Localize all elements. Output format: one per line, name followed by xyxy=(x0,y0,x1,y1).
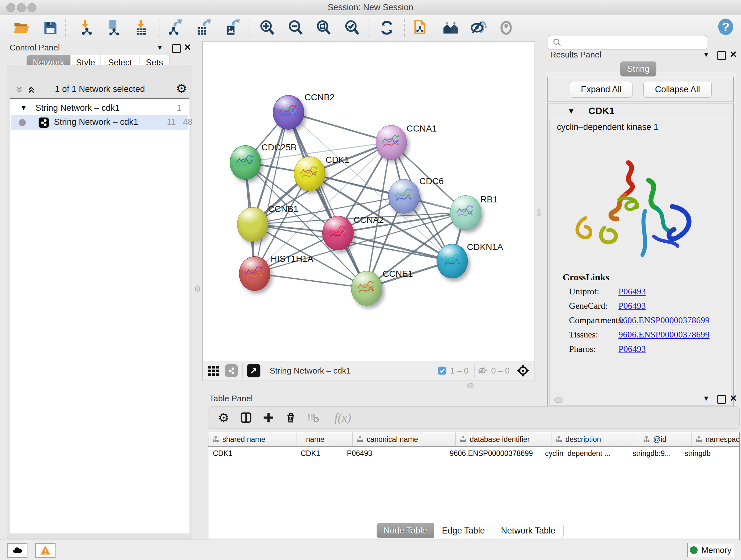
delete-column-trash-icon[interactable] xyxy=(284,411,298,425)
left-splitter-handle[interactable] xyxy=(195,286,200,293)
tab-node-table[interactable]: Node Table xyxy=(377,523,434,538)
hidden-eye-slash-icon[interactable] xyxy=(477,365,488,376)
bottom-splitter-handle[interactable] xyxy=(467,383,474,388)
column-header-description[interactable]: description xyxy=(551,432,639,446)
open-in-browser-icon[interactable] xyxy=(412,19,429,37)
tab-edge-table[interactable]: Edge Table xyxy=(434,523,493,538)
table-cell[interactable]: stringdb:9... xyxy=(628,447,680,460)
show-columns-icon[interactable] xyxy=(239,411,253,425)
entry-expander-icon[interactable]: ▼ xyxy=(567,107,575,116)
refresh-icon[interactable] xyxy=(378,19,396,37)
import-table-file-icon[interactable] xyxy=(133,19,151,37)
network-node-ccnb2[interactable] xyxy=(273,95,304,130)
fit-content-crosshair-icon[interactable] xyxy=(516,364,530,378)
network-node-ccna1[interactable] xyxy=(376,125,407,160)
toolbar-separator xyxy=(159,18,160,37)
status-bar: Memory xyxy=(0,540,741,560)
column-header-namespace[interactable]: namespace xyxy=(691,432,740,446)
cloud-button[interactable] xyxy=(7,543,27,558)
column-header-shared-name[interactable]: shared name xyxy=(208,432,296,446)
crosslink-value-link[interactable]: 9606.ENSP00000378699 xyxy=(618,329,710,340)
add-column-icon[interactable] xyxy=(261,411,275,425)
collapse-all-button[interactable]: Collapse All xyxy=(643,81,712,98)
memory-button[interactable]: Memory xyxy=(687,543,734,557)
network-edge[interactable] xyxy=(254,112,288,273)
export-image-icon[interactable] xyxy=(223,19,241,37)
save-session-icon[interactable] xyxy=(42,19,59,37)
help-icon[interactable]: ? xyxy=(717,18,735,36)
network-node-ccnb1[interactable] xyxy=(237,207,268,242)
network-node-cdkn1a[interactable] xyxy=(436,244,468,278)
column-header-label: database identifier xyxy=(470,435,530,444)
table-cell[interactable]: 9606.ENSP00000378699 xyxy=(445,447,541,460)
import-network-database-icon[interactable] xyxy=(105,19,122,37)
network-canvas[interactable]: CCNB2CCNA1CDC25BCDK1CDC6RB1CCNB1CCNA2CDK… xyxy=(202,42,535,361)
collection-label: String Network – cdk1 xyxy=(36,103,120,113)
export-network-icon[interactable] xyxy=(166,19,184,37)
collection-expander-icon[interactable]: ▼ xyxy=(20,104,27,112)
tab-network-table[interactable]: Network Table xyxy=(493,523,563,538)
crosslink-value-link[interactable]: P06493 xyxy=(618,344,646,354)
crosslink-value-link[interactable]: P06493 xyxy=(618,301,646,311)
table-cell[interactable]: CDK1 xyxy=(208,447,296,460)
network-node-hist1h1a[interactable] xyxy=(239,256,270,291)
column-type-icon xyxy=(460,436,467,443)
table-toolbar: ⚙ f(x) xyxy=(208,407,740,429)
open-view-icon[interactable] xyxy=(247,364,260,377)
table-options-gear-icon[interactable]: ⚙ xyxy=(217,411,231,425)
network-options-gear-icon[interactable]: ⚙ xyxy=(176,81,187,96)
control-panel-float-icon[interactable] xyxy=(172,44,181,54)
expand-all-button[interactable]: Expand All xyxy=(570,81,632,98)
right-splitter-handle[interactable] xyxy=(537,209,541,216)
table-panel-float-icon[interactable] xyxy=(718,395,726,405)
open-session-icon[interactable] xyxy=(12,19,30,37)
results-panel-menu-icon[interactable]: ▼ xyxy=(703,51,710,59)
table-panel-menu-icon[interactable]: ▼ xyxy=(703,394,710,402)
table-row[interactable]: CDK1CDK1P064939606.ENSP00000378699cyclin… xyxy=(208,447,739,460)
zoom-in-icon[interactable] xyxy=(258,19,276,37)
tab-string[interactable]: String xyxy=(620,61,657,77)
zoom-fit-icon[interactable] xyxy=(315,19,333,37)
network-edge[interactable] xyxy=(254,273,366,288)
network-node-cdc6[interactable] xyxy=(388,179,420,213)
results-panel-close-icon[interactable]: ✕ xyxy=(730,49,737,60)
zoom-out-icon[interactable] xyxy=(286,19,305,37)
control-panel-menu-icon[interactable]: ▼ xyxy=(156,44,163,52)
network-node-ccna2[interactable] xyxy=(322,216,354,250)
control-panel-close-icon[interactable]: ✕ xyxy=(184,42,191,53)
zoom-selected-icon[interactable] xyxy=(343,19,361,37)
table-cell[interactable]: P06493 xyxy=(342,447,445,460)
collapse-all-icon[interactable] xyxy=(14,85,24,95)
hide-panel-eye-slash-icon[interactable] xyxy=(469,19,487,37)
table-panel-close-icon[interactable]: ✕ xyxy=(730,393,737,403)
network-node-rb1[interactable] xyxy=(450,195,481,230)
crosslink-value-link[interactable]: 9606.ENSP00000378699 xyxy=(618,315,710,325)
network-row-selected[interactable]: String Network – cdk1 11 48 xyxy=(10,115,188,130)
column-header-canonical-name[interactable]: canonical name xyxy=(353,432,456,446)
table-cell[interactable]: stringdb xyxy=(680,447,740,460)
import-network-file-icon[interactable] xyxy=(77,19,95,37)
results-panel-float-icon[interactable] xyxy=(718,51,726,61)
column-header-database-identifier[interactable]: database identifier xyxy=(456,432,551,446)
export-table-icon[interactable] xyxy=(194,19,212,37)
string-view-icon[interactable] xyxy=(225,364,238,377)
network-collection-row[interactable]: ▼ String Network – cdk1 1 xyxy=(10,101,188,116)
network-node-cdc25b[interactable] xyxy=(230,145,261,180)
home-icon[interactable] xyxy=(442,19,460,37)
birdseye-grid-icon[interactable] xyxy=(207,364,220,377)
protein-structure-image xyxy=(562,158,703,263)
network-tab-body: 1 of 1 Network selected ⚙ ▼ String Netwo… xyxy=(7,65,192,539)
show-panel-eye-icon[interactable] xyxy=(497,19,515,37)
crosslink-value-link[interactable]: P06493 xyxy=(618,287,646,297)
network-node-cdk1[interactable] xyxy=(294,157,325,191)
network-tree-header: 1 of 1 Network selected ⚙ xyxy=(7,81,192,98)
column-header-name[interactable]: name xyxy=(296,432,353,446)
table-cell[interactable]: CDK1 xyxy=(296,447,342,460)
column-header--id[interactable]: @id xyxy=(639,432,691,446)
network-node-ccne1[interactable] xyxy=(351,271,382,306)
table-cell[interactable]: cyclin–dependent ... xyxy=(541,447,628,460)
warning-button[interactable] xyxy=(35,543,56,558)
node-label-cdk1: CDK1 xyxy=(326,155,349,165)
expand-all-icon[interactable] xyxy=(26,85,36,95)
selected-checkbox-icon[interactable] xyxy=(437,366,447,375)
